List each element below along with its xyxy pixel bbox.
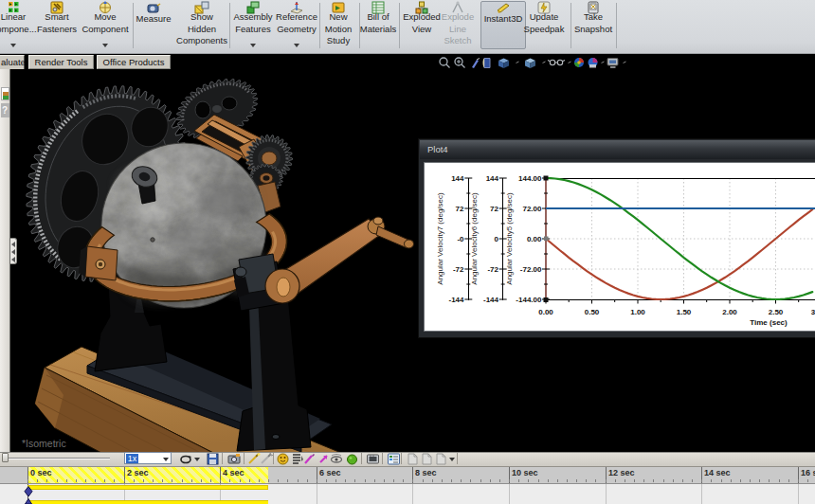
svg-text:-72: -72: [453, 265, 464, 274]
svg-text:1.00: 1.00: [630, 308, 645, 316]
svg-text:1.50: 1.50: [677, 308, 692, 316]
svg-text:0.50: 0.50: [585, 308, 600, 316]
svg-text:-72: -72: [487, 265, 498, 274]
svg-text:72: 72: [456, 205, 464, 213]
svg-text:2.50: 2.50: [769, 308, 784, 316]
svg-text:3: 3: [811, 308, 815, 316]
svg-text:72.00: 72.00: [522, 205, 542, 213]
svg-text:Angular Velocity6 (deg/sec): Angular Velocity6 (deg/sec): [470, 192, 479, 285]
svg-text:0.00: 0.00: [538, 308, 553, 316]
svg-text:144.00: 144.00: [518, 174, 542, 183]
svg-text:-144: -144: [448, 296, 464, 304]
svg-text:72: 72: [490, 205, 498, 213]
svg-text:-0: -0: [457, 235, 464, 243]
svg-text:Time (sec): Time (sec): [750, 318, 788, 327]
svg-text:-144.00: -144.00: [516, 296, 542, 304]
svg-text:-72.00: -72.00: [520, 265, 542, 274]
svg-text:0: 0: [495, 235, 499, 243]
svg-text:144: 144: [486, 174, 499, 183]
svg-text:144: 144: [451, 174, 464, 183]
svg-text:0.00: 0.00: [527, 235, 542, 243]
svg-text:Angular Velocity7 (deg/sec): Angular Velocity7 (deg/sec): [436, 192, 444, 285]
svg-text:2.00: 2.00: [722, 308, 737, 316]
svg-text:Angular Velocity5 (deg/sec): Angular Velocity5 (deg/sec): [505, 192, 514, 285]
svg-text:-144: -144: [483, 296, 499, 304]
